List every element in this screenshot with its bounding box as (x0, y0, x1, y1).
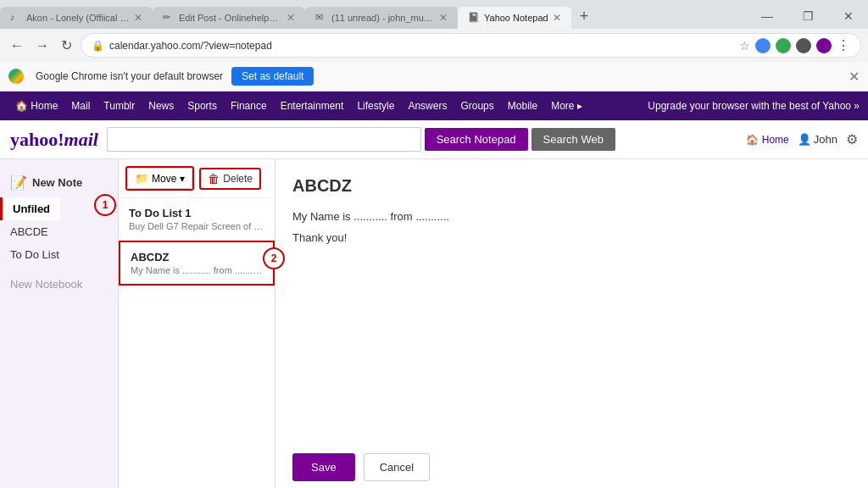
set-default-button[interactable]: Set as default (231, 67, 314, 86)
tab-4-close[interactable]: ✕ (553, 12, 561, 24)
yahoo-mail-header: yahoo!mail Search Notepad Search Web 🏠 H… (0, 120, 868, 159)
notification-close[interactable]: ✕ (849, 69, 860, 85)
move-folder-icon: 📁 (135, 172, 148, 185)
address-icons: ☆ ⋮ (739, 37, 850, 53)
header-right: 🏠 Home 👤 John ⚙ (746, 131, 858, 147)
note-editor: ABCDZ My Name is ........... from ......… (275, 159, 868, 488)
user-label: John (814, 133, 837, 146)
back-button[interactable]: ← (7, 35, 27, 57)
search-web-button[interactable]: Search Web (531, 128, 615, 151)
refresh-button[interactable]: ↻ (58, 34, 75, 57)
nav-news[interactable]: News (142, 92, 181, 120)
tab-4-title: Yahoo Notepad (484, 13, 548, 23)
tab-2[interactable]: ✏ Edit Post - Onlinehelpguide —... ✕ (153, 7, 305, 29)
new-note-icon: 📝 (10, 175, 27, 191)
save-button[interactable]: Save (292, 453, 355, 481)
delete-button[interactable]: 🗑 Delete (199, 168, 261, 190)
nav-sports[interactable]: Sports (181, 92, 224, 120)
note-item-0[interactable]: To Do List 1 Buy Dell G7 Repair Screen o… (119, 198, 275, 241)
editor-footer: Save Cancel (292, 453, 851, 481)
menu-icon[interactable]: ⋮ (837, 37, 850, 53)
nav-mobile[interactable]: Mobile (501, 92, 544, 120)
tab-2-title: Edit Post - Onlinehelpguide —... (179, 13, 282, 23)
gear-icon[interactable]: ⚙ (846, 131, 858, 147)
new-tab-button[interactable]: + (571, 4, 598, 29)
tab-4-favicon: 📓 (468, 12, 480, 24)
tab-1-close[interactable]: ✕ (134, 12, 142, 24)
note-editor-title: ABCDZ (292, 176, 851, 196)
yahoo-logo: yahoo!mail (10, 129, 98, 151)
search-notepad-button[interactable]: Search Notepad (425, 128, 528, 151)
notification-text: Google Chrome isn't your default browser (36, 70, 223, 82)
move-button[interactable]: 📁 Move ▾ (127, 168, 192, 189)
note-preview-0: Buy Dell G7 Repair Screen of D... (129, 221, 264, 231)
nav-more[interactable]: More ▸ (544, 92, 589, 120)
tab-2-close[interactable]: ✕ (287, 12, 295, 24)
tab-4[interactable]: 📓 Yahoo Notepad ✕ (458, 7, 571, 29)
tab-bar: ♪ Akon - Lonely (Offiical Video... ✕ ✏ E… (0, 0, 868, 29)
sidebar-item-unfiled[interactable]: Unfiled (0, 197, 60, 220)
note-item-1[interactable]: ABCDZ My Name is ........... from ......… (119, 241, 275, 286)
header-home-link[interactable]: 🏠 Home (746, 134, 789, 146)
minimize-button[interactable]: — (748, 3, 787, 29)
profile-icon-4 (816, 38, 832, 53)
user-button[interactable]: 👤 John (798, 133, 837, 146)
move-btn-wrapper: 📁 Move ▾ (125, 166, 194, 191)
tab-3-close[interactable]: ✕ (439, 12, 448, 24)
address-text: calendar.yahoo.com/?view=notepad (109, 40, 734, 52)
note-body-line-1: My Name is ........... from ........... (292, 208, 851, 226)
nav-finance[interactable]: Finance (224, 92, 274, 120)
nav-entertainment[interactable]: Entertainment (274, 92, 351, 120)
annotation-circle-1: 1 (94, 194, 116, 216)
note-title-0: To Do List 1 (129, 207, 264, 219)
forward-button[interactable]: → (32, 35, 53, 57)
star-icon[interactable]: ☆ (739, 39, 750, 53)
note-body: My Name is ........... from ........... … (292, 208, 851, 436)
nav-mail[interactable]: Mail (64, 92, 97, 120)
tab-3-title: (11 unread) - john_muller95@ya... (331, 13, 435, 23)
sidebar: 📝 New Note Unfiled 1 ABCDE To Do List Ne… (0, 159, 119, 488)
nav-groups[interactable]: Groups (453, 92, 500, 120)
home-label: Home (762, 134, 789, 146)
address-bar-row: ← → ↻ 🔒 calendar.yahoo.com/?view=notepad… (0, 29, 868, 62)
user-icon: 👤 (798, 133, 811, 146)
notification-bar: Google Chrome isn't your default browser… (0, 62, 868, 92)
window-controls: — ❐ ✕ (748, 3, 868, 29)
search-area: Search Notepad Search Web (107, 127, 615, 152)
nav-answers[interactable]: Answers (401, 92, 453, 120)
move-label: Move (152, 173, 176, 185)
home-icon: 🏠 (746, 134, 759, 146)
cancel-button[interactable]: Cancel (364, 453, 430, 481)
notes-list: 📁 Move ▾ 🗑 Delete To Do List 1 Buy Dell … (119, 159, 275, 488)
profile-icon-3 (796, 38, 811, 53)
close-button[interactable]: ✕ (829, 3, 868, 29)
nav-home[interactable]: 🏠 Home (8, 92, 64, 120)
nav-tumblr[interactable]: Tumblr (97, 92, 142, 120)
yahoo-nav: 🏠 Home Mail Tumblr News Sports Finance E… (0, 92, 868, 120)
address-bar[interactable]: 🔒 calendar.yahoo.com/?view=notepad ☆ ⋮ (81, 33, 861, 58)
sidebar-item-todolist[interactable]: To Do List (0, 243, 118, 266)
profile-icon-2 (776, 38, 791, 53)
nav-lifestyle[interactable]: Lifestyle (350, 92, 401, 120)
chrome-logo (8, 69, 24, 84)
tab-1-favicon: ♪ (10, 12, 22, 24)
new-notebook[interactable]: New Notebook (0, 273, 118, 296)
delete-label: Delete (223, 173, 253, 185)
new-note-label: New Note (32, 176, 82, 189)
note-body-line-2: Thank you! (292, 230, 851, 247)
profile-icon-1 (755, 38, 771, 53)
tab-1[interactable]: ♪ Akon - Lonely (Offiical Video... ✕ (0, 7, 153, 29)
move-dropdown-icon: ▾ (180, 173, 185, 185)
restore-button[interactable]: ❐ (788, 3, 827, 29)
search-input[interactable] (107, 127, 421, 152)
new-note-button[interactable]: 📝 New Note (0, 168, 118, 197)
note-preview-1: My Name is ........... from ........... (131, 265, 263, 275)
sidebar-item-abcde[interactable]: ABCDE (0, 220, 118, 243)
tab-2-favicon: ✏ (163, 12, 175, 24)
tab-1-title: Akon - Lonely (Offiical Video... (26, 13, 130, 23)
note-title-1: ABCDZ (131, 251, 263, 263)
tab-3-favicon: ✉ (315, 12, 327, 24)
annotation-circle-2: 2 (263, 247, 285, 269)
tab-3[interactable]: ✉ (11 unread) - john_muller95@ya... ✕ (305, 7, 458, 29)
main-content: 📝 New Note Unfiled 1 ABCDE To Do List Ne… (0, 159, 868, 488)
